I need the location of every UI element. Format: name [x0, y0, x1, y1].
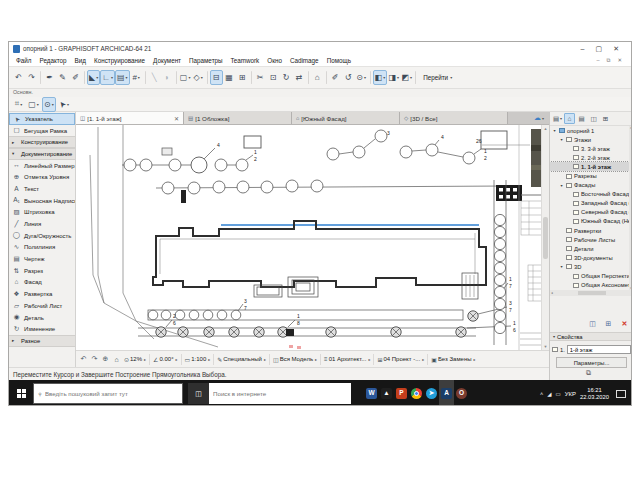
dimension-tools-icon[interactable]: ∟: [100, 70, 115, 85]
marquee-options-icon[interactable]: ▢: [179, 70, 192, 85]
navigator-tree-item[interactable]: Разрезы: [550, 171, 629, 180]
menu-item[interactable]: Конструирование: [90, 57, 149, 64]
graphic-overrides[interactable]: ▣ Без Замены: [429, 356, 477, 363]
navigator-tree-item[interactable]: Развертки: [550, 226, 629, 235]
menu-item[interactable]: Cadimage: [286, 57, 323, 64]
selection-mode-icon[interactable]: ▢: [27, 97, 40, 112]
toolbox-item[interactable]: ◯ Дуга/Окружность: [9, 230, 75, 242]
tab-close-icon[interactable]: ✕: [174, 115, 179, 122]
mirror-icon[interactable]: ⇄: [293, 70, 306, 85]
inject-parameters-icon[interactable]: ✎: [56, 70, 69, 85]
nav-scrollbar-thumb[interactable]: [578, 291, 606, 295]
battery-icon[interactable]: ▭: [555, 391, 560, 397]
fit-in-window-icon[interactable]: ⊞: [236, 70, 249, 85]
teamwork-cloud-icon[interactable]: ☁: [529, 112, 549, 124]
toolbox-item[interactable]: A₁ Выносная Надпись: [9, 195, 75, 207]
menu-item[interactable]: Редактор: [35, 57, 70, 64]
taskbar-search-box[interactable]: ⌕: [33, 383, 183, 404]
navigator-tree-item[interactable]: Рабочие Листы: [550, 235, 629, 244]
pen-set[interactable]: ✎ Специальный: [215, 356, 268, 363]
scroll-up-icon[interactable]: ▲: [544, 126, 548, 131]
project-chooser-icon[interactable]: ▤: [552, 113, 563, 124]
toolbox-item[interactable]: A Текст: [9, 183, 75, 195]
navigator-tree-item[interactable]: ▾ Фасады: [550, 181, 629, 190]
navigator-tree-item[interactable]: Южный Фасад (Нез: [550, 217, 629, 226]
menu-item[interactable]: Вид: [71, 57, 90, 64]
home-view-icon[interactable]: ⌂: [311, 70, 324, 85]
rotate-icon[interactable]: ↻: [280, 70, 293, 85]
menu-item[interactable]: Документ: [149, 57, 185, 64]
toolbox-item[interactable]: ◉ Деталь: [9, 312, 75, 324]
favorites-icon[interactable]: ⌗: [12, 97, 25, 112]
navigator-tree-item[interactable]: 3D-документы: [550, 253, 629, 262]
taskbar-word-icon[interactable]: W: [364, 380, 379, 406]
window-section-icon[interactable]: ◨: [387, 70, 400, 85]
toolbox-item[interactable]: ⊕ Отметка Уровня: [9, 171, 75, 183]
favorite-settings[interactable]: ⊞ 04 Проект -...: [375, 356, 426, 363]
toolbox-item[interactable]: ▱ Рабочий Лист: [9, 300, 75, 312]
scrollbar-thumb[interactable]: [543, 217, 548, 259]
layout-book-icon[interactable]: ◫: [588, 113, 599, 124]
toolbox-item[interactable]: ⌂ Фасад: [9, 277, 75, 289]
toolbox-item[interactable]: ▤ Чертеж: [9, 253, 75, 265]
guide-line-icon[interactable]: ╲: [148, 70, 161, 85]
refresh-icon[interactable]: ↺: [342, 70, 355, 85]
zoom-icon[interactable]: ⊕: [100, 355, 111, 363]
web-search-box[interactable]: ◫: [188, 383, 351, 404]
window-3d-icon[interactable]: ◩: [400, 70, 413, 85]
tree-expander-icon[interactable]: ▾: [559, 183, 564, 188]
tree-expander-icon[interactable]: ▾: [559, 264, 564, 269]
maximize-button[interactable]: ▢: [596, 45, 603, 53]
menu-item[interactable]: Параметры: [185, 57, 227, 64]
navigator-vertical-scrollbar[interactable]: ˄ ˅: [629, 126, 632, 290]
window-plan-icon[interactable]: ◧: [373, 70, 388, 85]
layer-states-icon[interactable]: ▦: [223, 70, 236, 85]
doc-minimize-button[interactable]: –: [596, 57, 599, 64]
design-tools-icon[interactable]: ◣: [87, 70, 100, 85]
highlight-pen-icon[interactable]: ✐: [69, 70, 82, 85]
start-button[interactable]: [9, 380, 33, 406]
canvas-vertical-scrollbar[interactable]: ▲ ▼: [541, 125, 549, 350]
properties-section-header[interactable]: ▾ Свойства: [550, 332, 632, 341]
new-viewpoint-icon[interactable]: ⊞: [603, 318, 614, 329]
taskbar-photos-icon[interactable]: ▲: [379, 380, 394, 406]
toolbox-item[interactable]: ▢ Бегущая Рамка: [9, 125, 75, 137]
navigator-tree-item[interactable]: 3. 3-й этаж: [550, 144, 629, 153]
view-back-icon[interactable]: ↶: [78, 355, 89, 363]
toolbox-item[interactable]: ▸ Разное: [9, 335, 75, 347]
network-icon[interactable]: ◢: [547, 391, 551, 397]
redo-icon[interactable]: ↷: [25, 70, 38, 85]
document-tab[interactable]: ⌂ [Южный Фасад]: [292, 112, 400, 124]
scroll-down-icon[interactable]: ▼: [544, 344, 548, 349]
navigator-tree-item[interactable]: Общая Перспектив: [550, 272, 629, 281]
toolbox-item[interactable]: ↻ Изменение: [9, 323, 75, 335]
goto-button[interactable]: Перейти: [418, 70, 457, 85]
scale[interactable]: ▭ 1:100: [183, 356, 213, 363]
trim-icon[interactable]: ✂: [254, 70, 267, 85]
hidden-icons-chevron[interactable]: ˄: [540, 391, 543, 397]
navigator-tree-item[interactable]: Западный Фасад (Н: [550, 199, 629, 208]
nav-scroll-up-icon[interactable]: ˄: [630, 126, 632, 130]
project-map-icon[interactable]: ⌂: [564, 113, 575, 124]
nav-scroll-right-icon[interactable]: ▸: [631, 291, 632, 295]
taskbar-archicad-icon[interactable]: A: [439, 380, 454, 406]
view-forward-icon[interactable]: ↷: [89, 355, 100, 363]
layer-combination[interactable]: ≡ 01 Архитект...: [322, 356, 372, 362]
markup-icon[interactable]: ✐: [329, 70, 342, 85]
document-tab[interactable]: ◫ [1. 1-й этаж] ✕: [76, 112, 184, 124]
taskbar-browser-icon[interactable]: O: [454, 380, 469, 406]
toolbox-item[interactable]: ❖ Развертка: [9, 288, 75, 300]
navigator-horizontal-scrollbar[interactable]: ◂ ▸: [550, 290, 632, 296]
delete-icon[interactable]: ✕: [619, 318, 630, 329]
tree-expander-icon[interactable]: ▾: [559, 137, 564, 142]
document-tab[interactable]: ◇ [3D / Все]: [400, 112, 508, 124]
navigator-tree-item[interactable]: 1. 1-й этаж: [550, 162, 629, 171]
menu-item[interactable]: Окно: [263, 57, 286, 64]
properties-expander-icon[interactable]: ▾: [553, 334, 555, 339]
navigator-tree-item[interactable]: Восточный Фасад (: [550, 190, 629, 199]
zoom-level[interactable]: ⊙ 12%: [122, 356, 148, 363]
tree-expander-icon[interactable]: ▾: [552, 128, 557, 133]
orientation[interactable]: ∠ 0.00°: [151, 356, 179, 363]
publisher-icon[interactable]: ⊞: [600, 113, 611, 124]
navigator-tree-item[interactable]: ▾ 3D: [550, 262, 629, 271]
